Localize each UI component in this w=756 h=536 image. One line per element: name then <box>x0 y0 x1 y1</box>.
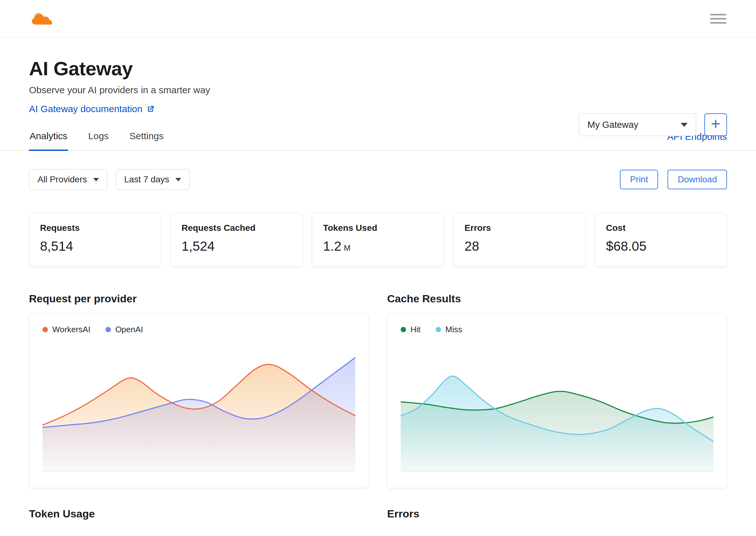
stat-label: Errors <box>464 223 574 233</box>
plus-icon: + <box>711 116 720 132</box>
date-range-dropdown[interactable]: Last 7 days <box>116 169 189 190</box>
menu-hamburger-icon[interactable] <box>709 12 727 25</box>
chart-legend: WorkersAI OpenAI <box>43 325 355 334</box>
legend-label: WorkersAI <box>52 325 90 334</box>
legend-item-miss: Miss <box>436 325 462 334</box>
gateway-select-value: My Gateway <box>588 120 638 130</box>
providers-filter-dropdown[interactable]: All Providers <box>29 169 107 190</box>
external-link-icon <box>146 105 155 114</box>
stat-value: 1,524 <box>182 239 215 254</box>
tab-analytics-label: Analytics <box>30 131 67 141</box>
chart-legend: Hit Miss <box>401 325 713 334</box>
documentation-link[interactable]: AI Gateway documentation <box>29 104 155 114</box>
print-button-label: Print <box>630 175 648 184</box>
chevron-down-icon <box>681 123 688 127</box>
legend-dot <box>106 327 111 332</box>
chart-column-cache: Cache Results Hit Miss <box>387 267 727 488</box>
stat-label: Cost <box>606 223 716 233</box>
chart-title-request-per-provider: Request per provider <box>29 292 369 305</box>
top-bar <box>0 0 756 38</box>
stat-card-requests-cached: Requests Cached 1,524 <box>170 213 302 267</box>
page-title: AI Gateway <box>29 57 727 80</box>
tab-analytics[interactable]: Analytics <box>29 131 68 151</box>
chart-title-token-usage: Token Usage <box>29 508 369 520</box>
cache-results-area-chart <box>401 344 713 472</box>
stat-card-row: Requests 8,514 Requests Cached 1,524 Tok… <box>29 213 727 267</box>
legend-item-workersai: WorkersAI <box>43 325 90 334</box>
cache-results-chart-card: Hit Miss <box>387 313 727 488</box>
request-per-provider-chart-card: WorkersAI OpenAI <box>29 313 369 488</box>
cloudflare-cloud-icon <box>29 10 59 28</box>
stat-value: 28 <box>464 239 479 254</box>
stat-card-requests: Requests 8,514 <box>29 213 161 267</box>
tab-settings[interactable]: Settings <box>129 131 164 151</box>
legend-label: Hit <box>410 325 421 334</box>
filter-row: All Providers Last 7 days Print Download <box>29 169 727 190</box>
download-button-label: Download <box>677 175 717 184</box>
header-controls: My Gateway + <box>579 114 727 136</box>
page-header: AI Gateway Observe your AI providers in … <box>0 57 756 114</box>
date-range-value: Last 7 days <box>124 175 169 184</box>
stat-value: $68.05 <box>606 239 646 254</box>
legend-item-openai: OpenAI <box>106 325 143 334</box>
legend-item-hit: Hit <box>401 325 421 334</box>
page-subtitle: Observe your AI providers in a smarter w… <box>29 85 727 95</box>
download-button[interactable]: Download <box>668 170 727 189</box>
stat-label: Requests Cached <box>182 223 292 233</box>
stat-label: Tokens Used <box>323 223 433 233</box>
request-per-provider-area-chart <box>43 344 355 472</box>
stat-value: 1.2 <box>323 239 341 254</box>
chart-column-requests: Request per provider WorkersAI OpenAI <box>29 267 369 488</box>
tab-logs-label: Logs <box>88 131 109 141</box>
documentation-link-label: AI Gateway documentation <box>29 104 142 114</box>
stat-card-tokens-used: Tokens Used 1.2M <box>312 213 444 267</box>
gateway-select[interactable]: My Gateway <box>579 114 696 136</box>
legend-label: Miss <box>445 325 462 334</box>
bottom-section-titles: Token Usage Errors <box>29 488 727 520</box>
main-content: All Providers Last 7 days Print Download… <box>0 169 756 520</box>
stat-card-errors: Errors 28 <box>454 213 586 267</box>
chart-title-errors: Errors <box>387 508 727 520</box>
chart-title-cache-results: Cache Results <box>387 292 727 305</box>
stat-unit: M <box>344 244 351 252</box>
legend-dot <box>401 327 406 332</box>
chevron-down-icon <box>93 178 99 182</box>
legend-label: OpenAI <box>115 325 143 334</box>
tab-list: Analytics Logs Settings <box>29 131 164 150</box>
chevron-down-icon <box>175 178 181 182</box>
cloudflare-logo[interactable] <box>29 10 59 28</box>
legend-dot <box>436 327 441 332</box>
print-button[interactable]: Print <box>620 170 658 189</box>
tab-settings-label: Settings <box>129 131 163 141</box>
legend-dot <box>43 327 48 332</box>
add-gateway-button[interactable]: + <box>704 114 727 136</box>
stat-card-cost: Cost $68.05 <box>595 213 727 267</box>
tab-logs[interactable]: Logs <box>87 131 109 151</box>
stat-value: 8,514 <box>40 239 73 254</box>
stat-label: Requests <box>40 223 150 233</box>
chart-section: Request per provider WorkersAI OpenAI Ca… <box>29 267 727 488</box>
providers-filter-value: All Providers <box>38 175 87 184</box>
